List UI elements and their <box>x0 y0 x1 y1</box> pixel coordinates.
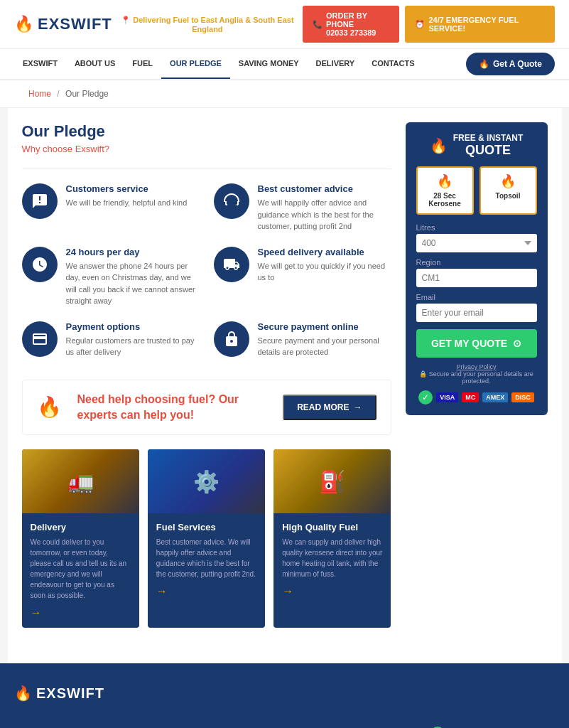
footer: 🔥 EXSWIFT About us Fuel Fuel Services Co… <box>0 663 569 728</box>
visa-logo: VISA <box>436 392 458 402</box>
feature-desc-6: Secure payment and your personal details… <box>258 335 391 358</box>
nav-item-saving-money[interactable]: SAVING MONEY <box>230 49 308 79</box>
feature-desc-3: We answer the phone 24 hours per day, ev… <box>66 260 200 307</box>
card-quality-arrow[interactable]: → <box>282 585 382 598</box>
nav-item-exswift[interactable]: EXSWIFT <box>14 49 66 79</box>
quote-options: 🔥 28 Sec Kerosene 🔥 Topsoil <box>416 166 537 215</box>
card-fuel-arrow[interactable]: → <box>156 585 256 598</box>
delivery-text: Delivering Fuel to East Anglia & South E… <box>133 16 293 33</box>
card-quality-desc: We can supply and deliver high quality k… <box>282 537 382 579</box>
email-field: Email <box>416 293 537 322</box>
card-quality-image: ⛽ <box>273 449 391 513</box>
discover-logo: DISC <box>511 392 534 402</box>
quote-option-topsoil[interactable]: 🔥 Topsoil <box>479 166 537 215</box>
arrow-circle-icon: ⊙ <box>513 338 521 349</box>
card-delivery-title: Delivery <box>31 522 131 532</box>
feature-title-1: Customers service <box>66 183 188 194</box>
quote-title-line2: QUOTE <box>453 143 523 158</box>
payment-logos: ✓ VISA MC AMEX DISC <box>416 390 537 405</box>
kerosene-label: 28 Sec Kerosene <box>423 192 467 208</box>
litres-field: Litres <box>416 223 537 252</box>
topsoil-flame-icon: 🔥 <box>487 173 530 189</box>
feature-item-6: Secure payment online Secure payment and… <box>214 321 391 358</box>
breadcrumb-separator: / <box>57 89 59 99</box>
card-quality-title: High Quality Fuel <box>282 522 382 532</box>
card-fuel-services: ⚙️ Fuel Services Best customer advice. W… <box>148 449 265 628</box>
content-row: Our Pledge Why choose Exswift? Customers… <box>22 122 548 649</box>
cards-row: 🚛 Delivery We could deliver to you tomor… <box>22 449 391 628</box>
feature-icon-truck <box>214 247 249 282</box>
get-a-quote-button[interactable]: 🔥 Get A Quote <box>466 53 555 75</box>
feature-icon-headset <box>214 183 249 219</box>
main-content: Our Pledge Why choose Exswift? Customers… <box>8 108 562 663</box>
privacy-link[interactable]: Privacy Policy <box>456 363 496 370</box>
region-input[interactable] <box>416 269 537 287</box>
litres-label: Litres <box>416 223 537 232</box>
feature-icon-chat <box>22 183 58 219</box>
nav-item-our-pledge[interactable]: OUR PLEDGE <box>161 49 230 79</box>
card-fuel-title: Fuel Services <box>156 522 256 532</box>
help-text: Need help choosing fuel? Our experts can… <box>77 392 255 424</box>
features-grid: Customers service We will be friendly, h… <box>22 183 391 358</box>
feature-title-3: 24 hours per day <box>66 247 200 257</box>
feature-title-6: Secure payment online <box>258 321 391 332</box>
divider <box>22 168 391 169</box>
card-delivery-arrow[interactable]: → <box>31 606 131 619</box>
feature-content-3: 24 hours per day We answer the phone 24 … <box>66 247 200 307</box>
nav-item-delivery[interactable]: DELIVERY <box>308 49 364 79</box>
feature-desc-5: Regular customers are trusted to pay us … <box>66 335 200 358</box>
clock-icon: ⏰ <box>415 20 425 29</box>
phone-number: 02033 273389 <box>326 28 389 37</box>
feature-desc-4: We will get to you quickly if you need u… <box>258 260 391 284</box>
feature-title-2: Best customer advice <box>258 183 391 194</box>
breadcrumb-bar: Home / Our Pledge <box>0 80 569 108</box>
security-note: Secure and your personal details are pro… <box>429 370 533 385</box>
phone-button[interactable]: 📞 ORDER BY PHONE 02033 273389 <box>303 6 399 43</box>
quote-title-line1: FREE & INSTANT <box>453 133 523 143</box>
card-delivery-body: Delivery We could deliver to you tomorro… <box>22 513 139 628</box>
location-icon: 📍 <box>121 16 131 24</box>
phone-icon: 📞 <box>313 20 323 29</box>
content-left: Our Pledge Why choose Exswift? Customers… <box>22 122 391 649</box>
lock-icon: 🔒 <box>419 370 427 378</box>
feature-item-3: 24 hours per day We answer the phone 24 … <box>22 247 200 307</box>
page-title: Our Pledge <box>22 122 391 141</box>
footer-inner: 🔥 EXSWIFT About us Fuel Fuel Services Co… <box>14 685 555 728</box>
emergency-button[interactable]: ⏰ 24/7 EMERGENCY FUEL SERVICE! <box>405 6 555 43</box>
quote-box: 🔥 FREE & INSTANT QUOTE 🔥 28 Sec Kerosene… <box>406 122 548 415</box>
nav-item-contacts[interactable]: CONTACTS <box>363 49 423 79</box>
get-my-quote-button[interactable]: GET MY QUOTE ⊙ <box>416 329 537 358</box>
breadcrumb: Home / Our Pledge <box>14 83 555 105</box>
feature-title-5: Payment options <box>66 321 200 332</box>
footer-flame-icon: 🔥 <box>14 685 32 702</box>
email-input[interactable] <box>416 304 537 322</box>
topsoil-label: Topsoil <box>487 192 530 200</box>
feature-content-6: Secure payment online Secure payment and… <box>258 321 391 358</box>
card-fuel-image: ⚙️ <box>148 449 265 513</box>
region-label: Region <box>416 258 537 267</box>
card-quality-body: High Quality Fuel We can supply and deli… <box>273 513 391 606</box>
feature-item-2: Best customer advice We will happily off… <box>214 183 391 232</box>
feature-desc-2: We will happily offer advice and guidanc… <box>258 197 391 232</box>
arrow-right-icon: → <box>354 402 362 412</box>
litres-input[interactable] <box>416 234 537 252</box>
page-subtitle: Why choose Exswift? <box>22 144 391 154</box>
quote-option-kerosene[interactable]: 🔥 28 Sec Kerosene <box>416 166 474 215</box>
feature-icon-lock <box>214 321 249 357</box>
nav-item-about-us[interactable]: ABOUT US <box>66 49 124 79</box>
kerosene-flame-icon: 🔥 <box>423 173 467 189</box>
feature-item-1: Customers service We will be friendly, h… <box>22 183 200 232</box>
feature-content-5: Payment options Regular customers are tr… <box>66 321 200 358</box>
content-right: 🔥 FREE & INSTANT QUOTE 🔥 28 Sec Kerosene… <box>406 122 548 649</box>
privacy-note: Privacy Policy 🔒 Secure and your persona… <box>416 363 537 385</box>
help-banner: 🔥 Need help choosing fuel? Our experts c… <box>22 380 391 436</box>
top-bar: 🔥 EXSWIFT 📍 Delivering Fuel to East Angl… <box>0 0 569 49</box>
email-label: Email <box>416 293 537 301</box>
card-delivery-image: 🚛 <box>22 449 139 513</box>
quote-flame-icon: 🔥 <box>430 137 448 154</box>
checkmark-icon: ✓ <box>418 390 433 405</box>
nav: EXSWIFT ABOUT US FUEL OUR PLEDGE SAVING … <box>0 49 569 80</box>
nav-item-fuel[interactable]: FUEL <box>124 49 161 79</box>
breadcrumb-home[interactable]: Home <box>28 89 51 99</box>
read-more-button[interactable]: READ MORE → <box>283 395 376 420</box>
